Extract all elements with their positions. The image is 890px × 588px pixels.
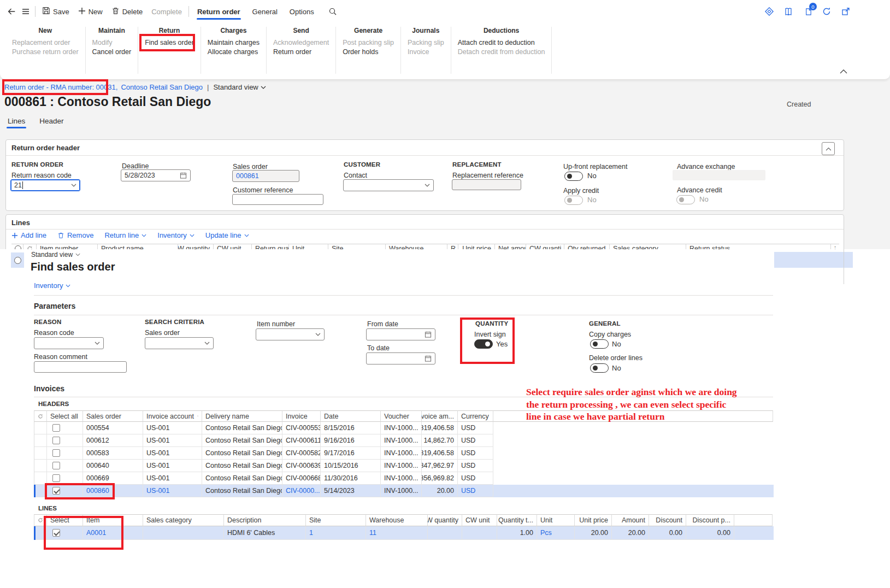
dialog-view-selector[interactable]: Standard view xyxy=(31,251,80,258)
headers-table-refresh-icon[interactable] xyxy=(34,410,47,422)
headers-table-row-2[interactable]: 000583US-001Contoso Retail San DiegoCIV-… xyxy=(34,447,774,460)
lines-table-column-unit-price[interactable]: Unit price xyxy=(575,514,612,526)
return-line-menu[interactable]: Return line xyxy=(104,231,146,239)
row-checkbox[interactable] xyxy=(52,449,60,457)
row-radio[interactable] xyxy=(14,257,21,264)
headers-table-row-0[interactable]: 000554US-001Contoso Retail San DiegoCIV-… xyxy=(34,422,774,434)
headers-table-cell-voucher[interactable]: INV-1000... xyxy=(381,447,422,460)
lines-table-cell-sales_category[interactable] xyxy=(143,526,224,540)
lines-table-refresh-icon[interactable] xyxy=(34,514,47,526)
ribbon-item-attach-credit-to-deduction[interactable]: Attach credit to deduction xyxy=(458,38,545,47)
contact-input[interactable] xyxy=(343,179,434,191)
headers-table-cell-invoice[interactable]: CIV-000553 xyxy=(282,422,321,434)
headers-table-column-voucher[interactable]: Voucher xyxy=(381,410,422,422)
menu-icon[interactable] xyxy=(19,4,33,19)
row-checkbox[interactable] xyxy=(52,529,60,537)
headers-table-cell-check[interactable] xyxy=(47,485,83,497)
lines-table-cell-site[interactable]: 1 xyxy=(306,526,366,540)
lines-table-column-cw-quantity[interactable]: CW quantity xyxy=(428,514,462,526)
dialog-sales-order-input[interactable] xyxy=(145,337,214,349)
lines-table-cell-discount_percent[interactable]: 0.00 xyxy=(686,526,734,540)
lines-table-cell-item[interactable]: A0001 xyxy=(83,526,143,540)
headers-table-cell-invoice_account[interactable]: US-001 xyxy=(143,422,202,434)
headers-table-cell-sales_order[interactable]: 000860 xyxy=(83,485,143,497)
lines-table-cell-check[interactable] xyxy=(47,526,83,540)
headers-table-cell-invoice[interactable]: CIV-000639 xyxy=(282,460,321,472)
lines-table-column-sales-category[interactable]: Sales category xyxy=(143,514,224,526)
headers-table-column-invoice-account[interactable]: Invoice account xyxy=(143,410,202,422)
headers-table-cell-sales_order[interactable]: 000554 xyxy=(83,422,143,434)
headers-table-cell-voucher[interactable]: INV-1000... xyxy=(381,434,422,447)
lines-table-column-discount-p[interactable]: Discount p... xyxy=(686,514,734,526)
return-reason-code-input[interactable]: 21 xyxy=(10,179,80,191)
headers-table-cell-invoice_account[interactable]: US-001 xyxy=(143,460,202,472)
headers-table-cell-voucher[interactable]: INV-1000... xyxy=(381,472,422,485)
headers-table-cell-date[interactable]: 10/15/2016 xyxy=(321,460,381,472)
headers-table-cell-voucher[interactable]: INV-1000... xyxy=(381,422,422,434)
headers-table-cell-check[interactable] xyxy=(47,422,83,434)
row-checkbox[interactable] xyxy=(52,462,60,469)
copy-charges-toggle[interactable] xyxy=(590,339,609,349)
lines-table-cell-amount[interactable]: 20.00 xyxy=(612,526,649,540)
new-button[interactable]: New xyxy=(74,4,107,19)
headers-table-cell-date[interactable]: 5/14/2023 xyxy=(321,485,381,497)
headers-table-cell-invoice_amount[interactable]: 356,969.82 xyxy=(422,472,458,485)
from-date-input[interactable] xyxy=(366,328,435,340)
headers-table-row-3[interactable]: 000640US-001Contoso Retail San DiegoCIV-… xyxy=(34,460,774,472)
headers-table-cell-check[interactable] xyxy=(47,447,83,460)
headers-table-column-invoice[interactable]: Invoice xyxy=(282,410,321,422)
headers-table-cell-sales_order[interactable]: 000669 xyxy=(83,472,143,485)
lines-table-column-site[interactable]: Site xyxy=(306,514,366,526)
invert-sign-toggle[interactable] xyxy=(474,339,493,349)
power-apps-icon[interactable] xyxy=(762,4,776,19)
lines-table-cell-warehouse[interactable]: 11 xyxy=(366,526,428,540)
refresh-icon[interactable] xyxy=(820,4,834,19)
row-checkbox[interactable] xyxy=(52,437,60,444)
headers-table-cell-currency[interactable]: USD xyxy=(458,472,493,485)
breadcrumb-rma-link[interactable]: Return order - RMA number: 00031, xyxy=(4,83,117,91)
tab-return-order[interactable]: Return order xyxy=(191,1,246,22)
headers-table-cell-invoice[interactable]: CIV-000582 xyxy=(282,447,321,460)
open-in-new-window-icon[interactable] xyxy=(839,4,853,19)
headers-table-cell-invoice_account[interactable]: US-001 xyxy=(143,472,202,485)
ribbon-item-order-holds[interactable]: Order holds xyxy=(343,48,394,56)
headers-table-cell-invoice[interactable]: CIV-000611 xyxy=(282,434,321,447)
ribbon-item-return-order[interactable]: Return order xyxy=(273,48,329,56)
attachments-icon[interactable]: 0 xyxy=(800,4,815,19)
headers-table-cell-delivery_name[interactable]: Contoso Retail San Diego xyxy=(202,460,282,472)
delete-button[interactable]: Delete xyxy=(107,4,148,19)
headers-table-cell-invoice[interactable]: CIV-000668 xyxy=(282,472,321,485)
headers-table-column-invoice-am[interactable]: Invoice am... xyxy=(422,410,458,422)
headers-table-cell-currency[interactable]: USD xyxy=(458,485,493,497)
tab-header[interactable]: Header xyxy=(39,117,63,128)
headers-table-cell-invoice_amount[interactable]: 347,962.97 xyxy=(422,460,458,472)
back-icon[interactable] xyxy=(4,4,19,19)
lines-table-column-discount[interactable]: Discount xyxy=(649,514,686,526)
headers-table-cell-invoice_account[interactable]: US-001 xyxy=(143,434,202,447)
ribbon-item-maintain-charges[interactable]: Maintain charges xyxy=(208,38,260,47)
to-date-input[interactable] xyxy=(366,352,435,364)
row-checkbox[interactable] xyxy=(52,424,60,432)
collapse-panel-button[interactable] xyxy=(822,142,835,155)
lines-table-cell-unit_price[interactable]: 20.00 xyxy=(575,526,612,540)
headers-table-column-date[interactable]: Date xyxy=(321,410,381,422)
tab-general[interactable]: General xyxy=(246,1,284,22)
lines-table-cell-quantity[interactable]: 1.00 xyxy=(497,526,537,540)
headers-table-cell-delivery_name[interactable]: Contoso Retail San Diego xyxy=(202,485,282,497)
breadcrumb-customer-link[interactable]: Contoso Retail San Diego xyxy=(121,83,203,91)
lines-table-column-warehouse[interactable]: Warehouse xyxy=(366,514,428,526)
row-checkbox[interactable] xyxy=(52,474,60,482)
lines-table-column-select[interactable]: Select xyxy=(47,514,83,526)
headers-table-row-1[interactable]: 000612US-001Contoso Retail San DiegoCIV-… xyxy=(34,434,774,447)
add-line-button[interactable]: Add line xyxy=(11,231,46,239)
headers-table-row-5[interactable]: 000860US-001Contoso Retail San DiegoCIV-… xyxy=(34,485,774,497)
headers-table-cell-check[interactable] xyxy=(47,434,83,447)
tab-options[interactable]: Options xyxy=(284,1,320,22)
dialog-inventory-menu[interactable]: Inventory xyxy=(34,281,70,290)
search-icon[interactable] xyxy=(326,4,340,19)
headers-table-column-select-all[interactable]: Select all xyxy=(47,410,83,422)
ribbon-item-cancel-order[interactable]: Cancel order xyxy=(92,48,132,56)
headers-table-cell-check[interactable] xyxy=(47,460,83,472)
lines-table-column-cw-unit[interactable]: CW unit xyxy=(462,514,497,526)
lines-table-column-quantity-t[interactable]: Quantity t... xyxy=(497,514,537,526)
